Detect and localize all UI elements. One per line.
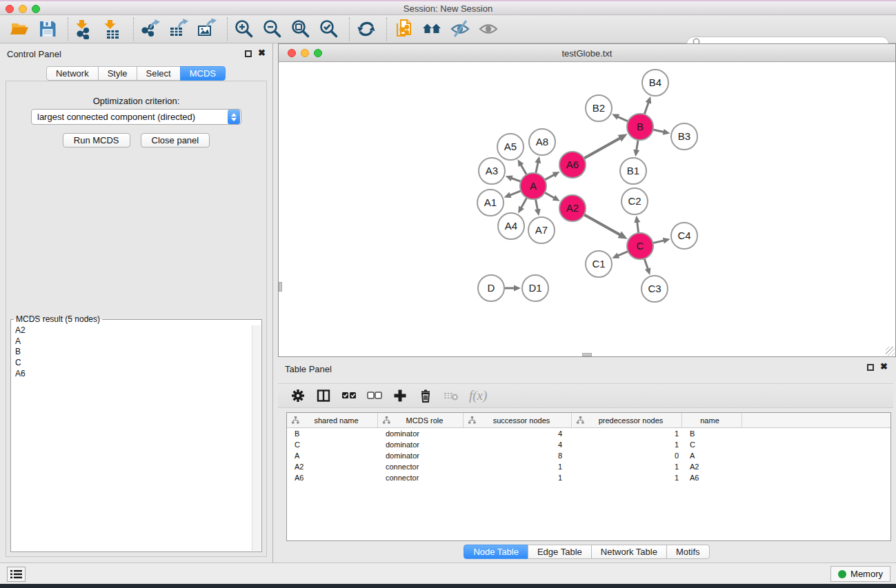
mcds-result-scrollbar[interactable] [252,325,261,551]
edge-A-A4[interactable] [521,198,527,209]
table-row[interactable]: Cdominator41C [287,439,890,450]
delete-row-button[interactable] [415,387,436,405]
edge-A-A5[interactable] [521,164,527,174]
table-cell[interactable]: 1 [572,440,682,449]
import-network-from-file-button[interactable] [74,18,96,40]
edge-A-A3[interactable] [510,178,521,181]
table-cell[interactable]: A6 [682,474,742,482]
table-cell[interactable]: 1 [572,463,682,471]
edge-A-A8[interactable] [536,161,538,173]
mcds-result-item[interactable]: A2 [12,325,252,336]
import-table-from-file-button[interactable] [102,18,124,40]
column-header-predecessor-nodes[interactable]: predecessor nodes [572,413,682,427]
select-all-checkboxes-button[interactable] [339,387,359,405]
network-vertical-scroll-indicator[interactable] [279,282,282,292]
edge-B-B4[interactable] [644,101,648,114]
table-row[interactable]: A2connector11A2 [287,461,890,472]
edge-C-C1[interactable] [617,252,628,256]
float-panel-icon[interactable] [245,50,252,57]
mcds-result-item[interactable]: A6 [12,369,252,380]
tab-node-table[interactable]: Node Table [464,545,528,559]
table-close-panel-icon[interactable]: ✖ [880,361,888,372]
table-cell[interactable]: B [682,429,742,438]
network-horizontal-scroll-indicator[interactable] [582,353,592,356]
table-cell[interactable]: C [287,440,378,449]
edge-A-A2[interactable] [545,192,555,199]
zoom-out-button[interactable] [261,18,283,40]
export-table-button[interactable] [168,18,190,40]
edge-C-C2[interactable] [637,221,639,233]
zoom-in-button[interactable] [233,18,255,40]
table-cell[interactable]: A [287,452,378,460]
tab-network-table[interactable]: Network Table [591,545,667,559]
tab-network[interactable]: Network [46,66,99,81]
edge-C-C3[interactable] [644,258,648,270]
tab-edge-table[interactable]: Edge Table [528,545,592,559]
column-header-MCDS-role[interactable]: MCDS role [378,413,464,427]
add-row-button[interactable] [390,387,410,405]
table-cell[interactable]: connector [378,474,464,482]
zoom-fit-content-button[interactable] [290,18,312,40]
column-header-name[interactable]: name [682,413,742,427]
table-cell[interactable]: A2 [287,463,378,471]
edge-A-A7[interactable] [536,199,538,211]
close-panel-button[interactable]: Close panel [141,133,210,148]
table-float-panel-icon[interactable] [867,364,874,371]
table-cell[interactable]: 1 [464,474,572,482]
criterion-dropdown[interactable]: largest connected component (directed) [31,109,241,125]
network-window-titlebar[interactable]: testGlobe.txt [279,44,895,62]
table-row[interactable]: Bdominator41B [287,428,890,439]
mcds-result-item[interactable]: A [12,336,252,347]
edge-A-A6[interactable] [545,174,555,180]
edge-C-C4[interactable] [653,241,664,243]
export-network-button[interactable] [139,18,161,40]
column-header-shared-name[interactable]: shared name [287,413,378,427]
table-cell[interactable]: 8 [464,452,572,460]
hide-selected-button[interactable] [449,18,471,40]
edge-A6-B[interactable] [584,138,621,159]
close-panel-icon[interactable]: ✖ [258,48,266,59]
table-cell[interactable]: A2 [682,463,742,471]
zoom-selected-region-button[interactable] [318,18,340,40]
table-cell[interactable]: dominator [378,440,464,449]
mcds-result-item[interactable]: C [12,358,252,369]
function-builder-button[interactable]: f(x) [469,388,487,403]
delete-table-button[interactable] [441,387,461,405]
mcds-result-item[interactable]: B [12,347,252,358]
table-cell[interactable]: 0 [572,452,682,460]
table-cell[interactable]: dominator [378,452,464,460]
tab-motifs[interactable]: Motifs [666,545,710,559]
network-resize-grip[interactable] [886,347,895,356]
show-all-button[interactable] [477,18,499,40]
table-cell[interactable]: connector [378,463,464,471]
tab-mcds[interactable]: MCDS [180,66,226,81]
edge-A-A1[interactable] [509,191,521,196]
table-cell[interactable]: A6 [287,474,378,482]
table-row[interactable]: A6connector11A6 [287,472,890,483]
deselect-all-checkboxes-button[interactable] [364,387,385,405]
table-cell[interactable]: 1 [464,463,572,471]
memory-button[interactable]: Memory [830,566,890,582]
table-cell[interactable]: dominator [378,429,464,438]
edge-B-B1[interactable] [636,140,638,152]
network-canvas[interactable]: B4B2BB3A5A8A6B1A3AC2A1A2A4A7C4CC1C3DD1 [279,62,895,356]
table-cell[interactable]: 1 [572,429,682,438]
tab-select[interactable]: Select [137,66,181,81]
settings-gear-button[interactable] [288,387,308,405]
table-cell[interactable]: C [682,440,742,449]
run-mcds-button[interactable]: Run MCDS [63,133,130,148]
table-cell[interactable]: 1 [572,474,682,482]
edge-A2-C[interactable] [584,214,621,235]
tab-style[interactable]: Style [98,66,137,81]
table-row[interactable]: Adominator80A [287,450,890,461]
column-header-successor-nodes[interactable]: successor nodes [464,413,572,427]
node-table[interactable]: shared name MCDS role successor nodes pr… [286,412,891,541]
edge-B-B3[interactable] [653,130,665,132]
task-history-button[interactable] [7,567,26,582]
columns-button[interactable] [313,387,334,405]
table-cell[interactable]: A [682,452,742,460]
table-cell[interactable]: 4 [464,429,572,438]
network-graph[interactable]: B4B2BB3A5A8A6B1A3AC2A1A2A4A7C4CC1C3DD1 [279,62,895,356]
export-image-button[interactable] [196,18,218,40]
table-cell[interactable]: 4 [464,440,572,449]
